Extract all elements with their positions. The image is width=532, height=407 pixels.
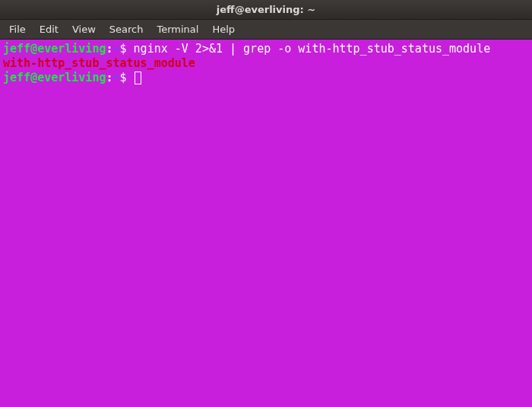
prompt-path: ~ <box>113 42 120 56</box>
prompt-user: jeff@everliving <box>3 71 106 84</box>
menu-file[interactable]: File <box>3 21 32 37</box>
prompt-dollar: $ <box>120 42 134 56</box>
prompt-user: jeff@everliving <box>3 42 106 56</box>
cursor <box>135 72 141 84</box>
window-titlebar: jeff@everliving: ~ <box>0 0 532 20</box>
command-text: nginx -V 2>&1 | grep -o with-http_stub_s… <box>134 42 491 56</box>
menu-terminal[interactable]: Terminal <box>150 21 204 37</box>
grep-output: with-http_stub_status_module <box>3 56 195 70</box>
prompt-colon: : <box>106 42 112 56</box>
prompt-dollar: $ <box>120 71 134 84</box>
terminal-area[interactable]: jeff@everliving:~$ nginx -V 2>&1 | grep … <box>0 40 532 407</box>
prompt-path: ~ <box>113 71 120 84</box>
menu-view[interactable]: View <box>66 21 102 37</box>
menu-search[interactable]: Search <box>103 21 150 37</box>
prompt-colon: : <box>106 71 112 84</box>
menu-edit[interactable]: Edit <box>33 21 65 37</box>
menubar: File Edit View Search Terminal Help <box>0 20 532 40</box>
menu-help[interactable]: Help <box>206 21 241 37</box>
window-title: jeff@everliving: ~ <box>217 4 315 15</box>
